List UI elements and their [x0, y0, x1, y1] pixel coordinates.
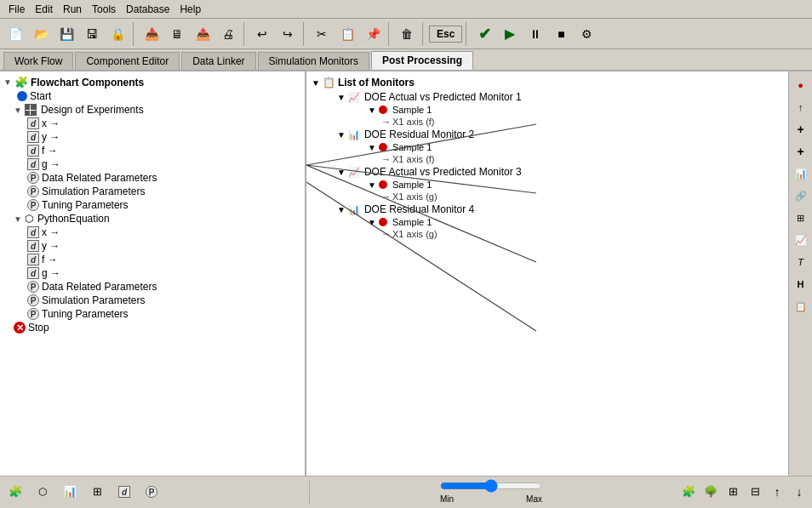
menu-run[interactable]: Run [58, 3, 87, 16]
br-up-btn[interactable]: ↑ [768, 480, 786, 504]
doe-g-node[interactable]: d g → [27, 157, 301, 171]
slider-labels: Min Max [440, 494, 542, 504]
bottom-puzzle-btn[interactable]: 🧩 [3, 480, 27, 504]
m4-sample[interactable]: ▼ Sample 1 [340, 216, 785, 228]
py-tuning-params[interactable]: P Tuning Parameters [27, 307, 301, 321]
menu-tools[interactable]: Tools [87, 3, 121, 16]
monitor-1[interactable]: ▼ 📈 DOE Actual vs Predicted Monitor 1 [323, 90, 785, 104]
m2-sample-expand: ▼ [368, 143, 376, 152]
export2-button[interactable]: 🖨 [216, 22, 240, 46]
doe-sim-params[interactable]: P Simulation Parameters [27, 185, 301, 198]
settings-button[interactable]: ⚙ [575, 22, 598, 46]
m4-expand: ▼ [337, 205, 346, 214]
toolbar: 📄 📂 💾 🖫 🔒 📥 🖥 📤 🖨 ↩ ↪ ✂ 📋 📌 🗑 Esc ✔ ▶ ⏸ … [0, 19, 812, 49]
py-sim-label: Simulation Parameters [42, 294, 145, 306]
doe-tuning-params[interactable]: P Tuning Parameters [27, 198, 301, 212]
menu-edit[interactable]: Edit [30, 3, 58, 16]
far-right-btn-linechart[interactable]: 📈 [791, 230, 811, 250]
py-sim-params[interactable]: P Simulation Parameters [27, 294, 301, 307]
py-f-label: f → [42, 254, 58, 265]
far-right-btn-table[interactable]: 📋 [791, 296, 811, 317]
py-icon: ⬡ [25, 213, 33, 225]
timeline-slider[interactable] [440, 479, 542, 493]
m3-icon: 📈 [348, 167, 360, 178]
delete-button[interactable]: 🗑 [395, 22, 419, 46]
m4-label: DOE Residual Monitor 4 [364, 203, 474, 215]
py-data-params[interactable]: P Data Related Parameters [27, 280, 301, 294]
paste-button[interactable]: 📌 [361, 22, 385, 46]
new-button[interactable]: 📄 [3, 22, 27, 46]
br-grid2-btn[interactable]: ⊟ [746, 480, 764, 504]
py-y-node[interactable]: d y → [27, 239, 301, 253]
save-as-button[interactable]: 🖫 [80, 22, 104, 46]
m1-sample-icon [379, 106, 387, 114]
py-g-node[interactable]: d g → [27, 266, 301, 280]
br-grid-btn[interactable]: ⊞ [723, 480, 742, 504]
tab-simulation-monitors[interactable]: Simulation Monitors [258, 52, 369, 70]
doe-node[interactable]: ▼ Design of Experiments [14, 103, 301, 117]
tab-post-processing[interactable]: Post Processing [371, 51, 473, 70]
tab-data-linker[interactable]: Data Linker [181, 52, 255, 70]
far-right-btn-3[interactable]: + [791, 119, 811, 140]
tab-workflow[interactable]: Work Flow [3, 52, 73, 70]
far-right-btn-text[interactable]: T [791, 252, 811, 272]
m3-sample[interactable]: ▼ Sample 1 [340, 179, 785, 191]
far-right-btn-1[interactable]: ● [791, 75, 811, 95]
bottom-d-btn[interactable]: d [112, 480, 136, 504]
pause-button[interactable]: ⏸ [523, 22, 547, 46]
monitor-3[interactable]: ▼ 📈 DOE Actual vs Predicted Monitor 3 [323, 165, 785, 179]
monitor-4[interactable]: ▼ 📊 DOE Residual Monitor 4 [323, 203, 785, 216]
doe-f-icon: d [27, 145, 39, 157]
doe-x-node[interactable]: d x → [27, 117, 301, 130]
esc-button[interactable]: Esc [429, 26, 462, 43]
stop-node[interactable]: ✕ Stop [14, 321, 301, 334]
bottom-p-btn[interactable]: P [140, 480, 163, 504]
far-right-btn-H[interactable]: H [791, 274, 811, 294]
import-button[interactable]: 📥 [140, 22, 163, 46]
save-button[interactable]: 💾 [54, 22, 78, 46]
far-right-btn-chart[interactable]: 📊 [791, 163, 811, 184]
far-right-btn-4[interactable]: + [791, 141, 811, 162]
m1-sample[interactable]: ▼ Sample 1 [340, 104, 785, 116]
flowchart-header: ▼ 🧩 Flowchart Components [3, 75, 301, 89]
open-button[interactable]: 📂 [29, 22, 53, 46]
menu-file[interactable]: File [3, 3, 30, 16]
br-puzzle-btn[interactable]: 🧩 [679, 480, 698, 504]
py-f-node[interactable]: d f → [27, 253, 301, 266]
far-right-btn-2[interactable]: ↑ [791, 97, 811, 117]
menu-database[interactable]: Database [121, 3, 174, 16]
start-node[interactable]: Start [17, 89, 301, 103]
export-button[interactable]: 📤 [191, 22, 214, 46]
doe-sim-icon: P [27, 186, 39, 197]
lock-button[interactable]: 🔒 [106, 22, 129, 46]
check-button[interactable]: ✔ [472, 22, 496, 46]
bottom-chart-btn[interactable]: 📊 [58, 480, 82, 504]
doe-y-node[interactable]: d y → [27, 130, 301, 144]
doe-f-node[interactable]: d f → [27, 144, 301, 157]
undo-button[interactable]: ↩ [250, 22, 274, 46]
bottom-link-btn[interactable]: ⬡ [31, 480, 54, 504]
far-right-btn-link[interactable]: 🔗 [791, 186, 811, 206]
far-right-btn-grid[interactable]: ⊞ [791, 208, 811, 228]
doe-data-params[interactable]: P Data Related Parameters [27, 171, 301, 185]
m2-sample[interactable]: ▼ Sample 1 [340, 141, 785, 153]
py-node[interactable]: ▼ ⬡ PythonEquation [14, 212, 301, 225]
left-panel-content: ▼ 🧩 Flowchart Components Start ▼ [0, 71, 305, 476]
menu-help[interactable]: Help [174, 3, 206, 16]
monitors-expand-icon: ▼ [312, 78, 320, 88]
redo-button[interactable]: ↪ [276, 22, 300, 46]
play-button[interactable]: ▶ [498, 22, 522, 46]
monitor-2[interactable]: ▼ 📊 DOE Residual Monitor 2 [323, 128, 785, 141]
stop-button[interactable]: ■ [549, 22, 573, 46]
bottom-grid-btn[interactable]: ⊞ [85, 480, 109, 504]
br-down-btn[interactable]: ↓ [790, 480, 809, 504]
py-x-node[interactable]: d x → [27, 225, 301, 239]
doe-x-icon: d [27, 117, 39, 129]
br-tree-btn[interactable]: 🌳 [701, 480, 720, 504]
tab-component-editor[interactable]: Component Editor [75, 52, 180, 70]
monitor-button[interactable]: 🖥 [165, 22, 189, 46]
monitors-icon: 📋 [323, 77, 335, 88]
cut-button[interactable]: ✂ [310, 22, 334, 46]
doe-y-icon: d [27, 131, 39, 143]
copy-button[interactable]: 📋 [335, 22, 359, 46]
